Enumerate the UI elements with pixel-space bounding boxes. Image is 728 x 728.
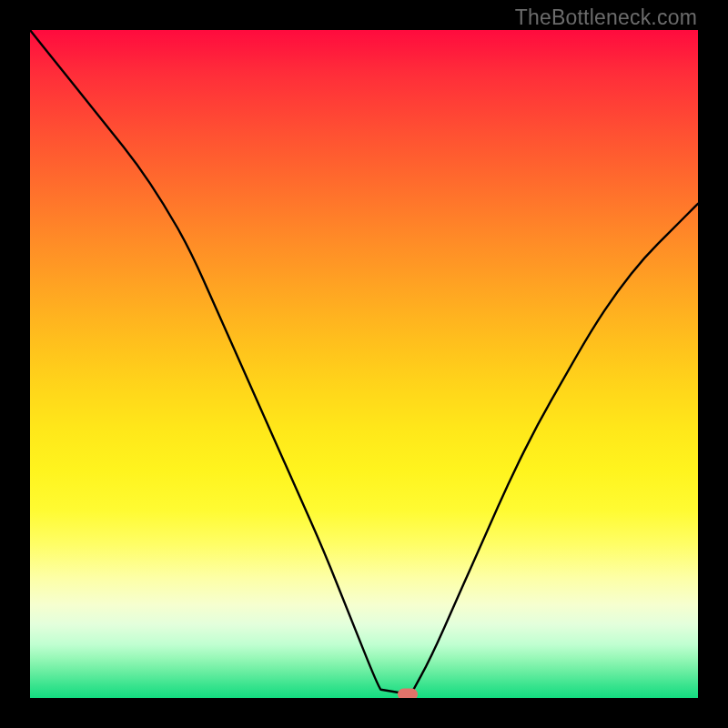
watermark-text: TheBottleneck.com bbox=[515, 5, 697, 30]
minimum-marker bbox=[398, 689, 418, 698]
bottleneck-curve bbox=[30, 30, 698, 698]
plot-area bbox=[30, 30, 698, 698]
chart-frame: TheBottleneck.com bbox=[0, 0, 728, 728]
